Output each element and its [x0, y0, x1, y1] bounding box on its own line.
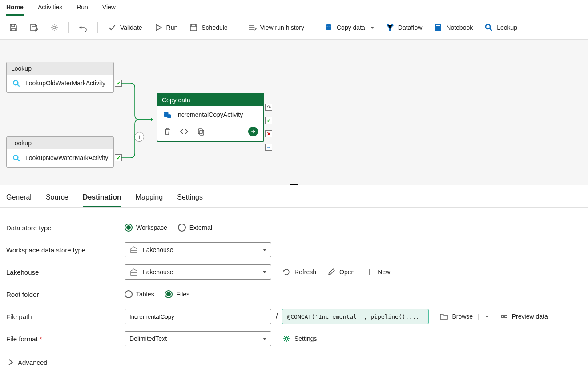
folder-icon: [439, 312, 448, 321]
notebook-button[interactable]: Notebook: [429, 20, 477, 35]
run-button[interactable]: Run: [149, 20, 182, 35]
ribbon-tab-run[interactable]: Run: [77, 4, 88, 16]
gear-icon: [282, 334, 291, 343]
input-file-path-folder[interactable]: [125, 309, 271, 324]
radio-files[interactable]: Files: [165, 290, 189, 298]
svg-point-16: [504, 315, 507, 318]
ribbon-tabs: Home Activities Run View: [0, 0, 588, 16]
database-icon: [163, 111, 172, 120]
radio-external[interactable]: External: [178, 224, 212, 232]
radio-workspace[interactable]: Workspace: [125, 224, 167, 232]
copy-data-button[interactable]: Copy data: [320, 20, 379, 35]
plus-icon: [365, 268, 374, 276]
radio-label: External: [189, 224, 212, 231]
chevron-down-icon: [263, 271, 266, 273]
advanced-toggle[interactable]: Advanced: [6, 350, 582, 367]
refresh-label: Refresh: [294, 268, 316, 276]
schedule-button[interactable]: Schedule: [185, 20, 232, 35]
radio-label: Workspace: [136, 224, 167, 231]
browse-button[interactable]: Browse: [439, 312, 473, 321]
refresh-button[interactable]: Refresh: [282, 268, 316, 276]
activity-type-label: Lookup: [7, 137, 113, 149]
undo-button[interactable]: [74, 20, 92, 35]
dataflow-button[interactable]: Dataflow: [381, 20, 427, 35]
delete-icon[interactable]: [163, 127, 172, 136]
completion-output-badge[interactable]: →: [265, 144, 272, 151]
chevron-down-icon: [371, 27, 374, 29]
run-activity-icon[interactable]: [248, 127, 258, 136]
copy-icon[interactable]: [197, 127, 205, 136]
skip-output-badge[interactable]: ↷: [265, 104, 272, 111]
ribbon-tab-view[interactable]: View: [102, 4, 116, 16]
toolbar: Validate Run Schedule View run history C…: [0, 16, 588, 40]
code-icon[interactable]: [180, 127, 189, 136]
validate-button[interactable]: Validate: [103, 20, 147, 35]
radio-off-icon: [125, 290, 133, 298]
notebook-icon: [434, 23, 443, 32]
label-lakehouse: Lakehouse: [6, 268, 125, 276]
svg-point-8: [486, 24, 490, 29]
search-icon: [12, 79, 21, 88]
activity-title: LookupOldWaterMarkActivity: [25, 80, 105, 88]
activity-lookup-old[interactable]: Lookup LookupOldWaterMarkActivity: [6, 62, 114, 93]
tab-general[interactable]: General: [6, 193, 32, 207]
chevron-right-icon: [6, 358, 15, 367]
label-root-folder: Root folder: [6, 291, 125, 298]
tab-mapping[interactable]: Mapping: [136, 193, 163, 207]
radio-label: Files: [176, 291, 189, 298]
label-file-format: File format *: [6, 335, 125, 343]
lakehouse-icon: [129, 268, 138, 276]
format-settings-button[interactable]: Settings: [282, 334, 317, 343]
chevron-down-icon[interactable]: [485, 316, 489, 318]
svg-point-2: [326, 24, 331, 27]
label-data-store-type: Data store type: [6, 224, 125, 232]
tab-source[interactable]: Source: [46, 193, 68, 207]
toolbar-separator: [97, 22, 98, 33]
select-ws-store-type[interactable]: Lakehouse: [125, 242, 271, 257]
success-output-badge[interactable]: ✓: [115, 154, 122, 161]
activity-lookup-new[interactable]: Lookup LookupNewWaterMarkActivity: [6, 136, 114, 168]
save-as-button[interactable]: [25, 20, 43, 35]
dataflow-icon: [386, 23, 395, 32]
activity-title: IncrementalCopyActivity: [176, 111, 243, 119]
undo-icon: [79, 23, 88, 32]
open-button[interactable]: Open: [327, 268, 354, 276]
lookup-button[interactable]: Lookup: [480, 20, 522, 35]
new-button[interactable]: New: [365, 268, 390, 276]
activity-copy-data[interactable]: Copy data IncrementalCopyActivity: [157, 93, 264, 142]
svg-point-15: [501, 315, 504, 318]
svg-point-11: [164, 112, 169, 114]
label-file-path: File path: [6, 313, 125, 320]
play-icon: [154, 23, 163, 32]
select-value: Lakehouse: [143, 246, 173, 253]
panel-splitter[interactable]: [290, 184, 298, 185]
select-file-format[interactable]: DelimitedText: [125, 331, 271, 346]
advanced-label: Advanced: [18, 359, 48, 366]
pipeline-canvas[interactable]: Lookup LookupOldWaterMarkActivity ✓ Look…: [0, 40, 588, 185]
ribbon-tab-home[interactable]: Home: [6, 4, 24, 16]
success-output-badge[interactable]: ✓: [115, 80, 122, 87]
success-output-badge[interactable]: ✓: [265, 117, 272, 124]
select-lakehouse[interactable]: Lakehouse: [125, 264, 271, 280]
add-activity-node[interactable]: +: [134, 132, 144, 142]
tab-destination[interactable]: Destination: [83, 193, 121, 207]
radio-label: Tables: [136, 291, 154, 298]
ribbon-tab-activities[interactable]: Activities: [38, 4, 62, 16]
edit-icon: [327, 268, 336, 276]
activity-type-label: Copy data: [157, 94, 263, 106]
calendar-icon: [189, 23, 198, 32]
new-label: New: [378, 268, 390, 276]
svg-rect-13: [198, 129, 202, 134]
activity-title: LookupNewWaterMarkActivity: [25, 154, 108, 162]
fail-output-badge[interactable]: ✕: [265, 130, 272, 137]
input-file-path-expression[interactable]: @CONCAT('Incremental-', pipeline()....: [282, 309, 429, 324]
settings-gear-button[interactable]: [45, 20, 63, 35]
radio-on-icon: [125, 224, 133, 232]
radio-tables[interactable]: Tables: [125, 290, 154, 298]
view-history-button[interactable]: View run history: [243, 20, 309, 35]
tab-settings[interactable]: Settings: [177, 193, 203, 207]
preview-data-button[interactable]: Preview data: [499, 312, 548, 321]
save-button[interactable]: [4, 20, 22, 35]
search-icon: [12, 154, 21, 163]
svg-rect-14: [200, 130, 204, 135]
